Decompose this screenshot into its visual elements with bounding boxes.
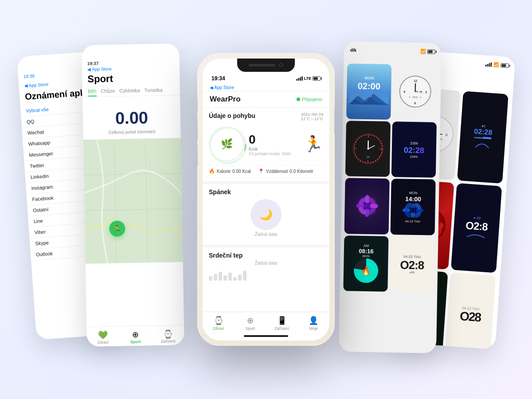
- step-info: 0 Krok Cíl počítání kroků: 5000: [249, 133, 299, 156]
- sleep-no-data-icon: 🌙: [250, 199, 282, 230]
- date-weather: 2021–09–24 11°C – 21°C: [301, 112, 323, 121]
- power-button[interactable]: [334, 106, 335, 133]
- wf-db-time: 14:00: [402, 195, 424, 203]
- wfb-big-digital[interactable]: ● 69 O2:8: [451, 183, 502, 273]
- svg-text:5: 5: [420, 96, 421, 98]
- wfb-big-time: O2:8: [465, 220, 488, 232]
- wf-dark-blue-content: MON 14:00 04-23 THU: [402, 191, 424, 223]
- heart-bar-2: [214, 274, 217, 281]
- flower-svg: [355, 194, 379, 219]
- svg-text:II: II: [445, 133, 447, 137]
- zarizeni-label: Zařízení: [274, 326, 289, 331]
- tab-turistika[interactable]: Turistika: [145, 86, 163, 96]
- tab-zarizeni[interactable]: 📱 Zařízení: [266, 316, 298, 331]
- phone-notch: [237, 59, 295, 72]
- tab-sport[interactable]: ⊕ Sport: [235, 316, 266, 331]
- connected-dot: [297, 98, 300, 101]
- volume-down-button[interactable]: [197, 144, 198, 166]
- watchface-screen: dík 📶 MON 02:00: [339, 41, 442, 353]
- silent-button[interactable]: [197, 98, 198, 111]
- sport-icon: ⊕: [247, 316, 254, 325]
- volume-up-button[interactable]: [197, 117, 198, 140]
- landscape-svg: [349, 91, 389, 105]
- step-label: Krok: [249, 147, 299, 152]
- wfb-digital-028[interactable]: 04-23 THU O28: [445, 273, 496, 349]
- watchface-teal-flame[interactable]: AM 08:16 MON 🔥: [343, 235, 388, 292]
- wfb-028-time: O28: [459, 310, 481, 324]
- watchface-dark-blue-flower[interactable]: MON 14:00 04-23 THU: [391, 179, 436, 235]
- right-mid-title: dík: [350, 47, 357, 52]
- wfb-big-content: ● 69 O2:8: [465, 215, 489, 241]
- watchface-classic[interactable]: 12 3 6 9 29 MON 4 5: [392, 64, 438, 121]
- watchface-purple-flower[interactable]: [344, 178, 390, 235]
- location-icon: 📍: [258, 168, 264, 174]
- tab-moje[interactable]: 👤 Moje: [298, 316, 330, 331]
- watchface-digital-028[interactable]: 04-23 THU O2:8 ●69: [389, 236, 434, 293]
- tab-cyklistika[interactable]: Cyklistika: [119, 86, 140, 96]
- wf-blue-time: 02:00: [349, 81, 389, 92]
- step-goal: Cíl počítání kroků: 5000: [249, 152, 299, 156]
- wfb-big-arc: [465, 231, 487, 239]
- wf-dark-numbers-content: 2356 02:28 100%: [404, 141, 425, 158]
- sleep-title: Spánek: [209, 188, 323, 196]
- step-circle: 🌿: [209, 126, 244, 162]
- wf-teal-date: MON: [354, 254, 378, 258]
- metrics-row: 🔥 Kalorie 0.00 Kcal 📍 Vzdálenost 0.0 Kil…: [209, 165, 323, 177]
- heart-bar-8: [243, 271, 246, 281]
- sport-time: 19:37: [82, 43, 180, 67]
- sport-title: Sport: [82, 72, 180, 87]
- distance-label: Vzdálenost: [266, 169, 288, 174]
- tab-zdravi-sport[interactable]: 💚 Zdraví: [86, 330, 119, 345]
- step-count: 0: [249, 133, 299, 147]
- watchface-grid: MON 02:00 12 3 6: [339, 41, 442, 353]
- tab-sport-sport[interactable]: ⊕ Sport: [119, 329, 152, 344]
- heart-bar-1: [209, 276, 212, 281]
- tab-zarizeni-sport[interactable]: ⌚ Zařízení: [152, 329, 184, 344]
- sleep-no-data: Žádná data: [209, 232, 323, 237]
- tab-beh[interactable]: Běh: [88, 86, 97, 96]
- home-indicator: [244, 335, 288, 337]
- svg-rect-0: [83, 138, 183, 264]
- watchface-dark-red[interactable]: 16: [345, 121, 391, 177]
- svg-text:4: 4: [409, 96, 410, 98]
- wf-digital-time: O2:8: [400, 259, 424, 271]
- heart-section: Srdeční tep Žádná data: [203, 245, 329, 285]
- wf-teal-content: AM 08:16 MON 🔥: [353, 244, 379, 283]
- tab-chuze[interactable]: Chůze: [101, 86, 115, 97]
- wfb-dark-time: 02:28: [474, 128, 493, 137]
- svg-text:4: 4: [440, 137, 442, 141]
- right-mid-icons: 📶: [420, 49, 435, 54]
- heart-bar-7: [238, 274, 242, 281]
- app-scene: 19:36 ◀ App Store Oznámení apli Vybrat v…: [22, 18, 510, 381]
- speaker: [249, 64, 275, 66]
- wf-db-date1: MON: [402, 191, 424, 195]
- watchface-blue-landscape[interactable]: MON 02:00: [346, 63, 391, 120]
- status-icons: LTE: [296, 76, 321, 81]
- svg-text:3: 3: [425, 90, 427, 94]
- teal-arc-circle: 🔥: [353, 258, 378, 283]
- sport-screen: 19:37 ◀ App Store Sport Běh Chůze Cyklis…: [82, 43, 184, 347]
- wf-classic-content: 12 3 6 9 29 MON 4 5: [392, 74, 437, 110]
- phone-body: 19:34 LTE: [197, 53, 335, 346]
- dark-red-clock-svg: 16: [351, 132, 385, 166]
- classic-clock-svg: 12 3 6 9 29 MON 4 5: [398, 74, 432, 108]
- calorie-label: Kalorie: [217, 169, 231, 174]
- app-nav: ◀ App Store: [203, 83, 329, 91]
- svg-point-5: [210, 128, 246, 163]
- motion-content: 🌿 0 Krok Cíl počítání kroků: 5000 🏃: [209, 125, 323, 164]
- tab-zdravi[interactable]: ⌚ Zdraví: [203, 316, 235, 331]
- connected-badge: Připojeno: [297, 97, 322, 102]
- sport-map: 🏃: [83, 138, 183, 264]
- wfb-dark-digital[interactable]: ●2 02:28: [457, 91, 509, 184]
- nav-back[interactable]: ◀ App Store: [210, 85, 234, 90]
- watchface-dark-numbers[interactable]: 2356 02:28 100%: [391, 121, 437, 178]
- app-content[interactable]: Údaje o pohybu 2021–09–24 11°C – 21°C: [203, 108, 329, 303]
- wf-digital-content: 04-23 THU O2:8 ●69: [400, 254, 424, 274]
- heart-no-data: Žádná data: [209, 261, 323, 266]
- flame-icon: 🔥: [209, 168, 215, 174]
- zdravi-label: Zdraví: [213, 326, 224, 331]
- sport-tab-bar: 💚 Zdraví ⊕ Sport ⌚ Zařízení: [86, 325, 184, 347]
- runner-icon: 🏃: [303, 135, 323, 153]
- app-header: WearPro Připojeno: [203, 91, 329, 108]
- heart-bar-4: [223, 275, 227, 281]
